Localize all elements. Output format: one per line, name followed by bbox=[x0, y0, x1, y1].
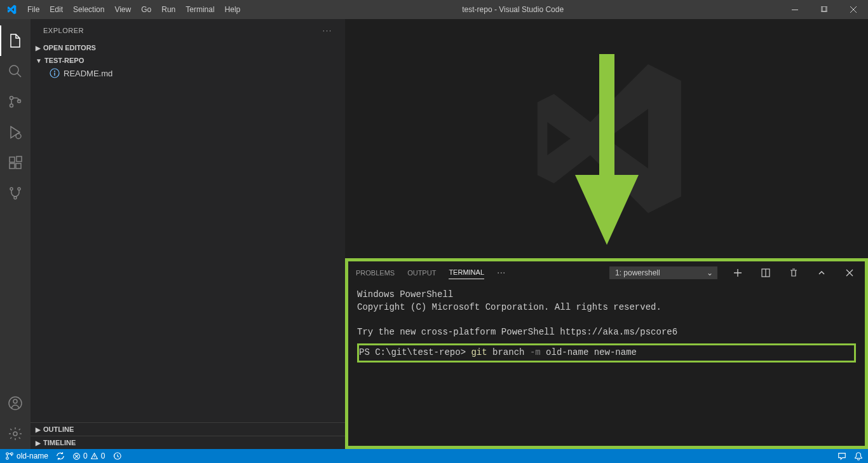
svg-rect-1 bbox=[821, 6, 826, 11]
editor-area: PROBLEMS OUTPUT TERMINAL ··· 1: powershe… bbox=[345, 19, 868, 449]
svg-point-23 bbox=[6, 457, 9, 460]
open-editors-label: OPEN EDITORS bbox=[43, 44, 96, 52]
svg-point-3 bbox=[10, 66, 18, 74]
terminal-prompt: PS C:\git\test-repo> bbox=[359, 347, 466, 357]
svg-rect-0 bbox=[792, 10, 798, 10]
settings-icon[interactable] bbox=[0, 418, 31, 449]
menu-file[interactable]: File bbox=[22, 5, 44, 14]
status-warnings-count: 0 bbox=[101, 452, 105, 460]
panel-more-icon[interactable]: ··· bbox=[497, 267, 505, 279]
window-controls bbox=[780, 0, 868, 19]
menu-view[interactable]: View bbox=[109, 5, 136, 14]
maximize-panel-icon[interactable] bbox=[814, 268, 829, 278]
menu-edit[interactable]: Edit bbox=[44, 5, 68, 14]
maximize-button[interactable] bbox=[810, 0, 839, 19]
status-history[interactable] bbox=[112, 452, 121, 460]
svg-point-22 bbox=[6, 453, 9, 455]
svg-point-16 bbox=[13, 399, 17, 403]
annotation-arrow-icon bbox=[569, 54, 645, 251]
tab-problems[interactable]: PROBLEMS bbox=[356, 266, 395, 279]
status-errors-count: 0 bbox=[83, 452, 88, 460]
chevron-right-icon: ▶ bbox=[36, 426, 41, 433]
close-panel-icon[interactable] bbox=[842, 268, 857, 278]
svg-rect-10 bbox=[16, 163, 21, 169]
svg-point-19 bbox=[54, 71, 55, 72]
tab-output[interactable]: OUTPUT bbox=[407, 266, 436, 279]
timeline-label: TIMELINE bbox=[43, 439, 76, 446]
window-title: test-repo - Visual Studio Code bbox=[245, 5, 780, 14]
explorer-icon[interactable] bbox=[0, 25, 31, 56]
run-debug-icon[interactable] bbox=[0, 117, 31, 148]
minimize-button[interactable] bbox=[780, 0, 810, 19]
menu-bar: File Edit Selection View Go Run Terminal… bbox=[22, 5, 245, 14]
chevron-down-icon: ⌄ bbox=[707, 268, 713, 277]
menu-go[interactable]: Go bbox=[136, 5, 156, 14]
explorer-title: EXPLORER bbox=[43, 27, 84, 34]
outline-label: OUTLINE bbox=[43, 425, 74, 433]
chevron-right-icon: ▶ bbox=[36, 439, 41, 446]
terminal-cmd-flag: -m bbox=[530, 347, 541, 357]
terminal-selector[interactable]: 1: powershell ⌄ bbox=[609, 266, 717, 279]
status-bar: old-name 0 0 bbox=[0, 449, 868, 463]
activity-bar bbox=[0, 19, 31, 449]
source-control-icon[interactable] bbox=[0, 86, 31, 117]
panel-tabs: PROBLEMS OUTPUT TERMINAL ··· 1: powershe… bbox=[348, 261, 865, 284]
terminal-cmd-branch: branch bbox=[492, 347, 524, 357]
editor-background bbox=[345, 19, 868, 258]
info-file-icon bbox=[50, 68, 60, 78]
sidebar-header: EXPLORER ··· bbox=[31, 19, 345, 41]
status-feedback[interactable] bbox=[837, 452, 846, 460]
svg-point-4 bbox=[10, 97, 13, 100]
terminal-command-highlight: PS C:\git\test-repo> git branch -m old-n… bbox=[357, 343, 856, 363]
terminal-line: Copyright (C) Microsoft Corporation. All… bbox=[357, 301, 856, 314]
status-problems[interactable]: 0 0 bbox=[72, 452, 105, 460]
svg-rect-9 bbox=[10, 163, 15, 169]
file-readme[interactable]: README.md bbox=[31, 67, 345, 79]
menu-terminal[interactable]: Terminal bbox=[180, 5, 219, 14]
search-icon[interactable] bbox=[0, 56, 31, 86]
terminal-line: Try the new cross-platform PowerShell ht… bbox=[357, 326, 856, 339]
menu-selection[interactable]: Selection bbox=[68, 5, 109, 14]
terminal-cmd-args: old-name new-name bbox=[546, 347, 637, 357]
terminal-line: Windows PowerShell bbox=[357, 289, 856, 301]
svg-point-17 bbox=[13, 432, 17, 436]
terminal-selector-label: 1: powershell bbox=[615, 268, 660, 277]
svg-rect-11 bbox=[17, 156, 22, 162]
terminal-body[interactable]: Windows PowerShell Copyright (C) Microso… bbox=[348, 284, 865, 446]
svg-point-12 bbox=[10, 188, 13, 190]
svg-point-13 bbox=[18, 188, 20, 190]
terminal-cmd-git: git bbox=[471, 347, 487, 357]
chevron-down-icon: ▼ bbox=[36, 57, 42, 64]
git-graph-icon[interactable] bbox=[0, 178, 31, 209]
menu-run[interactable]: Run bbox=[156, 5, 180, 14]
svg-point-5 bbox=[10, 104, 13, 107]
svg-rect-20 bbox=[54, 73, 55, 76]
status-notifications[interactable] bbox=[854, 452, 863, 460]
status-branch[interactable]: old-name bbox=[5, 452, 48, 460]
svg-rect-8 bbox=[10, 157, 15, 162]
outline-section[interactable]: ▶ OUTLINE bbox=[31, 422, 345, 436]
folder-label: TEST-REPO bbox=[44, 57, 84, 64]
close-button[interactable] bbox=[839, 0, 868, 19]
open-editors-section[interactable]: ▶ OPEN EDITORS bbox=[31, 41, 345, 54]
file-label: README.md bbox=[64, 69, 112, 78]
terminal-panel: PROBLEMS OUTPUT TERMINAL ··· 1: powershe… bbox=[345, 258, 868, 449]
vscode-logo-icon bbox=[0, 4, 22, 15]
extensions-icon[interactable] bbox=[0, 148, 31, 178]
split-terminal-icon[interactable] bbox=[758, 268, 773, 278]
status-branch-label: old-name bbox=[17, 452, 48, 460]
status-sync[interactable] bbox=[56, 452, 65, 460]
folder-section[interactable]: ▼ TEST-REPO bbox=[31, 54, 345, 67]
title-bar: File Edit Selection View Go Run Terminal… bbox=[0, 0, 868, 19]
svg-rect-2 bbox=[822, 6, 827, 11]
chevron-right-icon: ▶ bbox=[36, 45, 41, 52]
explorer-sidebar: EXPLORER ··· ▶ OPEN EDITORS ▼ TEST-REPO … bbox=[31, 19, 345, 449]
timeline-section[interactable]: ▶ TIMELINE bbox=[31, 436, 345, 449]
menu-help[interactable]: Help bbox=[220, 5, 246, 14]
kill-terminal-icon[interactable] bbox=[786, 268, 801, 278]
tab-terminal[interactable]: TERMINAL bbox=[449, 266, 484, 279]
svg-point-7 bbox=[16, 134, 21, 139]
new-terminal-icon[interactable] bbox=[730, 268, 745, 278]
account-icon[interactable] bbox=[0, 388, 31, 418]
more-actions-icon[interactable]: ··· bbox=[323, 27, 332, 34]
